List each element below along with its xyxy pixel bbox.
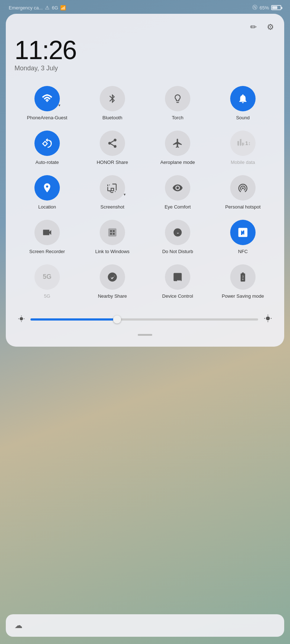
pull-handle-bar bbox=[138, 334, 152, 336]
tile-screenrecorder[interactable]: Screen Recorder bbox=[14, 215, 80, 259]
brightness-fill bbox=[30, 318, 117, 321]
devicecontrol-circle bbox=[165, 264, 190, 290]
tile-location[interactable]: Location bbox=[14, 170, 80, 215]
brightness-max-icon bbox=[263, 314, 273, 325]
donotdisturb-circle bbox=[165, 220, 190, 245]
mobiledata-circle: 1↕ bbox=[230, 131, 256, 156]
wifi-label: PhoneArena-Guest bbox=[27, 115, 67, 121]
tile-wifi[interactable]: ▾ PhoneArena-Guest bbox=[14, 81, 80, 125]
svg-rect-10 bbox=[178, 273, 181, 277]
tile-bluetooth[interactable]: Bluetooth bbox=[80, 81, 145, 125]
tile-sound[interactable]: Sound bbox=[210, 81, 276, 125]
tile-mobiledata[interactable]: 1↕ Mobile data bbox=[210, 125, 276, 170]
nfc-status-icon: Ⓝ bbox=[252, 4, 257, 11]
eyecomfort-circle bbox=[165, 175, 190, 201]
svg-line-4 bbox=[111, 141, 114, 143]
brightness-row bbox=[14, 307, 276, 328]
svg-line-3 bbox=[111, 144, 114, 146]
clock-date: Monday, 3 July bbox=[14, 65, 276, 72]
wifi-arrow: ▾ bbox=[58, 103, 61, 108]
emergency-call-label: Emergency ca... bbox=[9, 5, 43, 11]
status-right: Ⓝ 65% bbox=[252, 4, 281, 11]
tile-hotspot[interactable]: Personal hotspot bbox=[210, 170, 276, 215]
tile-honorshare[interactable]: HONOR Share bbox=[80, 125, 145, 170]
svg-rect-6 bbox=[113, 230, 115, 232]
sound-circle bbox=[230, 86, 256, 111]
torch-circle bbox=[165, 86, 190, 111]
bottom-bar: ☁ bbox=[6, 614, 284, 637]
svg-point-2 bbox=[114, 145, 117, 148]
hotspot-circle bbox=[230, 175, 256, 201]
tile-nfc[interactable]: NFC bbox=[210, 215, 276, 259]
wifi-circle: ▾ bbox=[34, 86, 60, 111]
tile-nearbyshare[interactable]: ~ Nearby Share bbox=[80, 259, 145, 304]
tile-screenshot[interactable]: ▾ Screenshot bbox=[80, 170, 145, 215]
bluetooth-circle bbox=[100, 86, 125, 111]
tile-devicecontrol[interactable]: Device Control bbox=[145, 259, 210, 304]
eyecomfort-label: Eye Comfort bbox=[165, 204, 191, 210]
weather-icon: ☁ bbox=[14, 621, 22, 630]
tile-torch[interactable]: Torch bbox=[145, 81, 210, 125]
aeroplane-label: Aeroplane mode bbox=[160, 160, 195, 166]
tile-powersaving[interactable]: Power Saving mode bbox=[210, 259, 276, 304]
svg-point-1 bbox=[108, 142, 111, 145]
brightness-track[interactable] bbox=[30, 318, 258, 321]
screenshot-arrow: ▾ bbox=[124, 192, 126, 197]
location-circle bbox=[34, 175, 60, 201]
battery-fill bbox=[272, 6, 277, 9]
panel-top-controls: ✏ ⚙ bbox=[14, 21, 276, 33]
svg-rect-7 bbox=[110, 233, 112, 235]
autorotate-label: Auto-rotate bbox=[36, 160, 59, 166]
brightness-min-icon bbox=[17, 315, 25, 325]
hotspot-label: Personal hotspot bbox=[225, 204, 261, 210]
wifi-status-icon: 📶 bbox=[60, 5, 66, 11]
status-bar: Emergency ca... ⚠ 6G 📶 Ⓝ 65% bbox=[0, 0, 290, 14]
screenshot-circle: ▾ bbox=[100, 175, 125, 201]
bluetooth-label: Bluetooth bbox=[103, 115, 123, 121]
svg-rect-5 bbox=[110, 230, 112, 232]
pull-handle[interactable] bbox=[14, 328, 276, 336]
svg-rect-8 bbox=[113, 233, 115, 235]
honorshare-circle bbox=[100, 131, 125, 156]
battery-icon bbox=[271, 5, 281, 10]
edit-button[interactable]: ✏ bbox=[249, 21, 258, 33]
screenrecorder-label: Screen Recorder bbox=[29, 249, 65, 255]
tile-linktowindows[interactable]: Link to Windows bbox=[80, 215, 145, 259]
tile-autorotate[interactable]: Auto-rotate bbox=[14, 125, 80, 170]
linktowindows-circle bbox=[100, 220, 125, 245]
nearbyshare-label: Nearby Share bbox=[98, 293, 127, 300]
autorotate-circle bbox=[34, 131, 60, 156]
battery-percent-label: 65% bbox=[260, 5, 269, 11]
sound-label: Sound bbox=[236, 115, 250, 121]
signal-icon: 6G bbox=[52, 5, 58, 11]
5g-circle: 5G bbox=[34, 264, 60, 290]
quick-settings-panel: ✏ ⚙ 11:26 Monday, 3 July ▾ PhoneArena-Gu… bbox=[6, 14, 284, 347]
svg-point-0 bbox=[114, 139, 117, 141]
tile-aeroplane[interactable]: Aeroplane mode bbox=[145, 125, 210, 170]
mobiledata-label: Mobile data bbox=[231, 160, 255, 166]
nfc-circle bbox=[230, 220, 256, 245]
tile-5g[interactable]: 5G 5G bbox=[14, 259, 80, 304]
donotdisturb-label: Do Not Disturb bbox=[162, 249, 193, 255]
aeroplane-circle bbox=[165, 131, 190, 156]
status-left: Emergency ca... ⚠ 6G 📶 bbox=[9, 5, 66, 11]
nearbyshare-circle: ~ bbox=[100, 264, 125, 290]
screenshot-label: Screenshot bbox=[100, 204, 124, 210]
linktowindows-label: Link to Windows bbox=[95, 249, 130, 255]
settings-button[interactable]: ⚙ bbox=[265, 21, 276, 33]
powersaving-circle bbox=[230, 264, 256, 290]
tile-donotdisturb[interactable]: Do Not Disturb bbox=[145, 215, 210, 259]
tiles-grid: ▾ PhoneArena-Guest Bluetooth Torch Sound bbox=[14, 81, 276, 304]
brightness-thumb[interactable] bbox=[113, 315, 121, 323]
5g-label: 5G bbox=[44, 293, 50, 300]
honorshare-label: HONOR Share bbox=[97, 160, 128, 166]
location-label: Location bbox=[38, 204, 56, 210]
tile-eyecomfort[interactable]: Eye Comfort bbox=[145, 170, 210, 215]
screenrecorder-circle bbox=[34, 220, 60, 245]
exclamation-icon: ⚠ bbox=[45, 5, 50, 11]
clock-time: 11:26 bbox=[14, 37, 276, 63]
nfc-label: NFC bbox=[238, 249, 248, 255]
svg-rect-11 bbox=[178, 277, 181, 281]
devicecontrol-label: Device Control bbox=[162, 293, 193, 300]
torch-label: Torch bbox=[172, 115, 183, 121]
